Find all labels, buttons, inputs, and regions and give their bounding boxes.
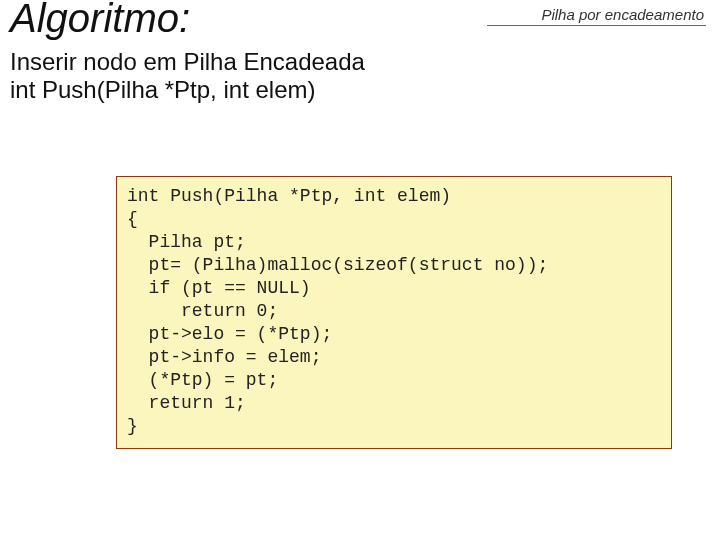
page-title: Algoritmo: — [10, 0, 190, 41]
slide: Pilha por encadeamento Algoritmo: Inseri… — [0, 0, 720, 540]
code-block: int Push(Pilha *Ptp, int elem) { Pilha p… — [116, 176, 672, 449]
subtitle-line-2: int Push(Pilha *Ptp, int elem) — [10, 76, 315, 103]
subtitle: Inserir nodo em Pilha Encadeada int Push… — [10, 48, 365, 103]
subtitle-line-1: Inserir nodo em Pilha Encadeada — [10, 48, 365, 75]
chapter-label: Pilha por encadeamento — [487, 6, 706, 26]
